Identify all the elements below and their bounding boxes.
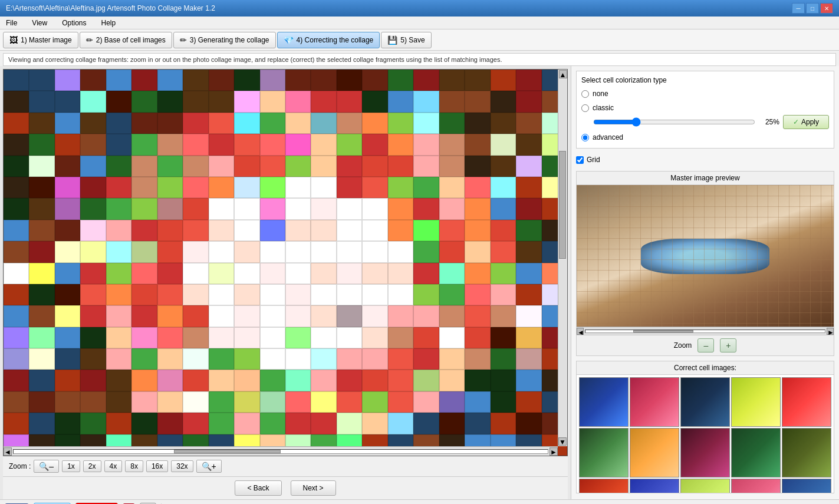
mosaic-cell xyxy=(183,241,208,262)
preview-scroll-h[interactable]: ◄ ► xyxy=(577,327,834,335)
title-bar: E:\Artensoft\Aleftina\Aleftina.jpg Arten… xyxy=(0,0,839,17)
mosaic-cell xyxy=(465,370,490,391)
zoom-4x-button[interactable]: 4x xyxy=(104,460,123,472)
mosaic-cell xyxy=(106,263,131,284)
mosaic-cell xyxy=(4,370,29,391)
cell-thumb[interactable] xyxy=(731,428,781,477)
cell-thumb[interactable] xyxy=(630,479,679,493)
radio-none-label: none xyxy=(593,90,608,98)
apply-button[interactable]: Apply xyxy=(783,115,829,129)
collage-container[interactable]: ▲ ▼ ◄ ► xyxy=(3,69,568,456)
mosaic-cell xyxy=(285,391,311,413)
zoom-16x-button[interactable]: 16x xyxy=(146,460,168,472)
mosaic-cell xyxy=(183,177,208,198)
mosaic-cell xyxy=(311,305,336,327)
mosaic-cell xyxy=(311,348,336,370)
zoom-in-button[interactable]: 🔍+ xyxy=(196,460,222,473)
cell-thumb[interactable] xyxy=(680,479,730,493)
menu-view[interactable]: View xyxy=(29,18,50,28)
step2-button[interactable]: ✏ 2) Base of cell images xyxy=(80,32,172,48)
preview-zoom-out-button[interactable]: – xyxy=(697,338,714,353)
mosaic-cell xyxy=(80,70,106,91)
scrollbar-left-arrow[interactable]: ◄ xyxy=(4,447,12,456)
cell-thumb[interactable] xyxy=(680,377,730,427)
mosaic-cell xyxy=(465,220,490,241)
mosaic-cell xyxy=(4,70,29,91)
mosaic-cell xyxy=(413,70,439,91)
scrollbar-right-arrow[interactable]: ► xyxy=(550,447,558,456)
scrollbar-down-arrow[interactable]: ▼ xyxy=(558,437,567,446)
back-button[interactable]: < Back xyxy=(235,480,281,496)
mosaic-cell xyxy=(29,413,54,434)
next-button[interactable]: Next > xyxy=(291,480,336,496)
mosaic-cell xyxy=(413,241,439,262)
cell-thumb[interactable] xyxy=(630,428,679,477)
preview-zoom-in-button[interactable]: + xyxy=(720,338,736,353)
scrollbar-up-arrow[interactable]: ▲ xyxy=(559,70,567,78)
mosaic-cell xyxy=(209,305,234,327)
cell-thumb[interactable] xyxy=(680,428,730,477)
collage-scrollbar-vertical[interactable]: ▲ ▼ xyxy=(558,70,567,446)
step3-button[interactable]: ✏ 3) Generating the collage xyxy=(173,32,276,48)
mosaic-cell xyxy=(106,391,131,413)
minimize-button[interactable]: ─ xyxy=(792,3,805,14)
zoom-32x-button[interactable]: 32x xyxy=(171,460,193,472)
menu-help[interactable]: Help xyxy=(98,18,119,28)
mosaic-cell xyxy=(362,370,387,391)
preview-scroll-right[interactable]: ► xyxy=(827,328,834,335)
radio-classic[interactable] xyxy=(581,104,589,112)
preview-scroll-thumb[interactable] xyxy=(633,330,693,332)
classic-slider-row: 25% Apply xyxy=(581,115,829,129)
mosaic-cell xyxy=(413,198,439,219)
zoom-2x-button[interactable]: 2x xyxy=(83,460,101,472)
preview-scroll-left[interactable]: ◄ xyxy=(577,328,584,335)
maximize-button[interactable]: □ xyxy=(806,3,819,14)
mosaic-cell xyxy=(491,413,516,434)
mosaic-cell xyxy=(80,134,106,155)
mosaic-cell xyxy=(491,284,516,305)
scrollbar-thumb-v[interactable] xyxy=(559,151,566,259)
mosaic-cell xyxy=(183,413,208,434)
window-controls: ─ □ ✕ xyxy=(792,3,833,14)
cell-images-grid xyxy=(577,375,834,493)
mosaic-cell xyxy=(183,220,208,241)
menu-options[interactable]: Options xyxy=(59,18,89,28)
collage-mosaic xyxy=(4,70,567,456)
cell-thumb[interactable] xyxy=(731,479,781,493)
colorization-slider[interactable] xyxy=(593,117,755,127)
step5-button[interactable]: 💾 5) Save xyxy=(381,32,431,48)
mosaic-cell xyxy=(516,220,541,241)
radio-none[interactable] xyxy=(581,90,589,98)
radio-advanced[interactable] xyxy=(581,134,589,141)
cell-thumb[interactable] xyxy=(782,428,831,477)
step1-button[interactable]: 🖼 1) Master image xyxy=(3,32,78,48)
mosaic-cell xyxy=(29,134,54,155)
mosaic-cell xyxy=(131,220,157,241)
menu-file[interactable]: File xyxy=(3,18,20,28)
grid-checkbox[interactable] xyxy=(576,156,584,164)
preview-zoom-label: Zoom xyxy=(674,341,692,350)
step4-button[interactable]: 💎 4) Correcting the collage xyxy=(277,32,380,48)
mosaic-cell xyxy=(157,113,183,134)
cell-thumb[interactable] xyxy=(782,377,831,427)
master-preview-container[interactable]: ◄ ► xyxy=(577,185,834,335)
mosaic-cell xyxy=(234,284,259,305)
zoom-1x-button[interactable]: 1x xyxy=(62,460,80,472)
cell-thumb[interactable] xyxy=(630,377,679,427)
collage-scrollbar-horizontal[interactable]: ◄ ► xyxy=(4,446,558,456)
cell-thumb[interactable] xyxy=(579,428,629,477)
mosaic-cell xyxy=(131,134,157,155)
zoom-out-button[interactable]: 🔍– xyxy=(34,460,59,473)
cell-thumb[interactable] xyxy=(731,377,781,427)
close-button[interactable]: ✕ xyxy=(820,3,833,14)
cell-thumb[interactable] xyxy=(579,377,629,427)
mosaic-cell xyxy=(439,327,465,348)
mosaic-cell xyxy=(260,177,285,198)
zoom-8x-button[interactable]: 8x xyxy=(125,460,143,472)
mosaic-cell xyxy=(285,241,311,262)
cell-thumb[interactable] xyxy=(579,479,629,493)
mosaic-cell xyxy=(106,134,131,155)
cell-thumb[interactable] xyxy=(782,479,831,493)
right-panel: Select cell colorization type none class… xyxy=(571,66,839,499)
scrollbar-thumb-h[interactable] xyxy=(174,450,281,453)
